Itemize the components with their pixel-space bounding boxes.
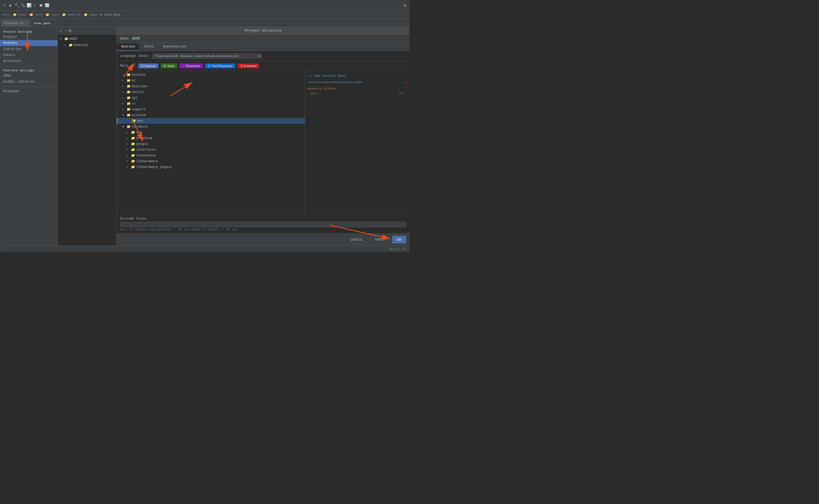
close-path-button[interactable]: ✕: [405, 80, 407, 84]
module-label: AOSP: [69, 37, 77, 41]
module-item-aosp[interactable]: ▼ 📁 AOSP: [58, 36, 116, 42]
expand-icon: [127, 120, 131, 122]
coverage-icon[interactable]: 📊: [26, 3, 31, 8]
sidebar-item-artifacts[interactable]: Artifacts: [0, 58, 57, 64]
tree-item-wilhelm[interactable]: ▼ 📁 wilhelm: [117, 112, 305, 118]
breadcrumb-item[interactable]: 📁 base: [13, 13, 26, 16]
tab-viewtest[interactable]: ViewTest.kt ✕: [1, 19, 30, 27]
build-icon[interactable]: 🔨: [14, 3, 19, 8]
apply-button[interactable]: APPLY: [370, 236, 390, 243]
breadcrumb-item[interactable]: 📁 android: [62, 13, 80, 16]
tree-item-libhardware[interactable]: ▶ 📁 libhardware: [117, 158, 305, 164]
close-icon[interactable]: ✕: [26, 22, 27, 25]
name-label: Name:: [120, 37, 130, 41]
folder-icon: 📁: [69, 43, 73, 47]
sidebar-item-sdks[interactable]: SDKs: [0, 73, 57, 79]
folder-icon: 📁: [127, 107, 131, 111]
main-area: Project Settings Project Modules Librari…: [0, 27, 410, 245]
expand-icon: ▶: [127, 137, 130, 140]
tree-item-invensense[interactable]: ▶ 📁 invensense: [117, 153, 305, 158]
tab-dependencies[interactable]: Dependencies: [158, 43, 191, 51]
sidebar-item-libraries[interactable]: Libraries: [0, 46, 57, 52]
sidebar-item-project[interactable]: Project: [0, 34, 57, 40]
module-panel: + − ⧉ ▼ 📁 AOSP ▶ 📁 Android: [58, 27, 117, 245]
mark-resources-button[interactable]: Resources: [179, 63, 203, 68]
folder-icon: 📁: [131, 159, 135, 163]
status-bar: ? 博士居金 博主: [0, 245, 410, 252]
sync-icon[interactable]: 🔄: [44, 3, 49, 8]
remove-module-button[interactable]: −: [64, 29, 67, 33]
help-icon[interactable]: ?: [2, 247, 4, 250]
profile-icon[interactable]: ⚡: [32, 3, 37, 8]
tree-item-multidex[interactable]: ▶ 📁 multidex: [117, 83, 305, 89]
breadcrumb-item[interactable]: ⚙ View.java: [100, 13, 120, 16]
tree-label: wilhelm: [132, 113, 146, 117]
tree-item-rs[interactable]: ▶ 📁 rs: [117, 101, 305, 107]
folder-icon: 📁: [131, 142, 135, 146]
breadcrumb-item[interactable]: 📁 java: [46, 13, 58, 16]
tree-item-ml[interactable]: ▶ 📁 ml: [117, 78, 305, 83]
status-text: 博士居金 博主: [389, 247, 407, 251]
dialog-title: Project Structure: [117, 27, 410, 35]
tree-item-hardware[interactable]: ▼ 📁 hardware: [117, 124, 305, 130]
module-tree: ▼ 📁 AOSP ▶ 📁 Android: [58, 35, 116, 245]
sidebar-item-facets[interactable]: Facets: [0, 52, 57, 58]
breadcrumb-item[interactable]: orks: [2, 13, 9, 16]
run-icon[interactable]: ▶: [8, 3, 13, 8]
settings-icon[interactable]: ⚙: [402, 3, 407, 8]
tree-item-broadcom[interactable]: ▶ 📁 broadcom: [117, 135, 305, 141]
tests-dot: [163, 65, 166, 67]
expand-icon: ▶: [122, 108, 125, 111]
folder-icon: 📁: [131, 148, 135, 152]
mark-test-resources-button[interactable]: Test Resources: [205, 63, 235, 68]
tree-item-minikin[interactable]: ▶ 📁 minikin: [117, 72, 305, 78]
expand-icon: ▶: [122, 102, 125, 105]
tree-item-gen[interactable]: 📁 gen: [117, 118, 305, 124]
exclude-hint: Use ; to separate name patterns, * for a…: [120, 228, 406, 231]
attach-icon[interactable]: 📎: [20, 3, 25, 8]
tree-label: ml: [132, 79, 136, 83]
mark-tests-button[interactable]: Tests: [161, 63, 177, 68]
tree-label: minikin: [132, 73, 146, 77]
stop-icon[interactable]: ⏹: [38, 3, 43, 8]
tree-item-akm[interactable]: ▶ 📁 akm: [117, 130, 305, 135]
tree-item-opt[interactable]: ▶ 📁 opt: [117, 95, 305, 101]
sidebar-item-global-libraries[interactable]: Global Libraries: [0, 79, 57, 85]
expand-icon: ▶: [127, 131, 130, 134]
tree-item-support[interactable]: ▶ 📁 support: [117, 107, 305, 112]
toolbar-dropdown[interactable]: ▾: [2, 3, 7, 8]
expand-icon: ▶: [122, 73, 125, 76]
ok-button[interactable]: OK: [392, 236, 406, 243]
add-module-button[interactable]: +: [59, 29, 63, 33]
exclude-input[interactable]: [120, 222, 406, 227]
tree-item-interfaces[interactable]: ▶ 📁 interfaces: [117, 147, 305, 153]
tab-paths[interactable]: Paths: [139, 43, 158, 51]
resources-dot: [182, 65, 185, 67]
sidebar-item-problems[interactable]: Problems: [0, 88, 57, 94]
close-icon[interactable]: ✕: [51, 22, 53, 25]
folder-icon: 📁: [132, 119, 136, 123]
name-value: AOSP: [132, 37, 140, 41]
module-item-android[interactable]: ▶ 📁 Android: [58, 42, 116, 48]
sidebar-item-modules[interactable]: Modules: [0, 40, 57, 46]
add-content-root-label: + Add Content Root: [310, 74, 346, 78]
tree-item-native[interactable]: ▶ 📁 native: [117, 89, 305, 95]
lang-level-row: Language level: Project default (9 - Mod…: [117, 51, 410, 61]
mark-excluded-button[interactable]: Excluded: [237, 63, 259, 68]
add-content-root-button[interactable]: + + Add Content Root: [307, 73, 407, 79]
close-resource-button[interactable]: ✕: [402, 91, 404, 96]
tree-item-libhardware-legacy[interactable]: ▶ 📁 libhardware_legacy: [117, 164, 305, 170]
cancel-button[interactable]: CANCEL: [345, 236, 368, 243]
excluded-dot: [240, 65, 243, 67]
breadcrumb-item[interactable]: 📁 core: [29, 13, 42, 16]
copy-module-button[interactable]: ⧉: [68, 28, 72, 33]
edit-resource-button[interactable]: ✎: [399, 91, 401, 96]
breadcrumb-item[interactable]: 📁 view: [84, 13, 97, 16]
mark-sources-button[interactable]: Sources: [138, 63, 158, 68]
module-toolbar: + − ⧉: [58, 27, 116, 35]
tree-item-google[interactable]: ▶ 📁 google: [117, 141, 305, 147]
tab-viewjava[interactable]: View.java ✕: [31, 19, 56, 27]
folder-icon: 📁: [131, 130, 135, 135]
lang-level-select[interactable]: Project default (9 - Modules, private me…: [152, 53, 262, 59]
tab-sources[interactable]: Sources: [117, 43, 139, 51]
